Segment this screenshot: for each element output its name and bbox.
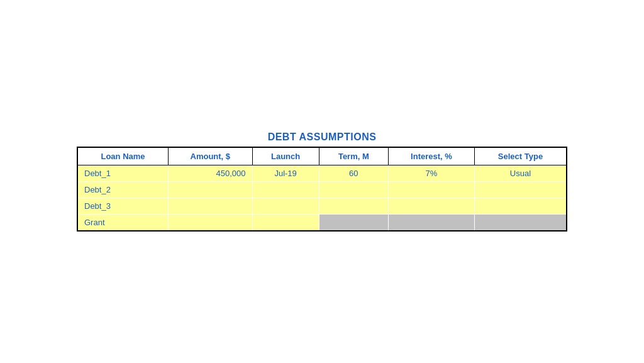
cell-interest[interactable] bbox=[389, 198, 475, 215]
col-header-select-type: Select Type bbox=[474, 147, 567, 165]
cell-term[interactable]: 60 bbox=[319, 165, 388, 182]
cell-launch[interactable] bbox=[252, 215, 319, 232]
debt-assumptions-table: Loan Name Amount, $ Launch Term, M Inter… bbox=[77, 147, 567, 232]
page-container: DEBT ASSUMPTIONS Loan Name Amount, $ Lau… bbox=[0, 0, 644, 363]
table-row: Grant bbox=[77, 215, 567, 232]
cell-select-type[interactable]: Usual bbox=[474, 165, 567, 182]
cell-term bbox=[319, 215, 388, 232]
cell-interest bbox=[389, 215, 475, 232]
table-row: Debt_3 bbox=[77, 198, 567, 215]
header-row: Loan Name Amount, $ Launch Term, M Inter… bbox=[77, 147, 567, 165]
col-header-loan-name: Loan Name bbox=[77, 147, 169, 165]
cell-amount[interactable] bbox=[169, 215, 252, 232]
cell-term[interactable] bbox=[319, 198, 388, 215]
col-header-amount: Amount, $ bbox=[169, 147, 252, 165]
table-title: DEBT ASSUMPTIONS bbox=[268, 131, 377, 143]
cell-launch[interactable]: Jul-19 bbox=[252, 165, 319, 182]
cell-loan-name[interactable]: Debt_2 bbox=[77, 182, 169, 198]
table-row: Debt_1 450,000 Jul-19 60 7% Usual bbox=[77, 165, 567, 182]
cell-term[interactable] bbox=[319, 182, 388, 198]
table-wrapper: DEBT ASSUMPTIONS Loan Name Amount, $ Lau… bbox=[77, 131, 567, 232]
col-header-term: Term, M bbox=[319, 147, 388, 165]
cell-amount[interactable] bbox=[169, 182, 252, 198]
cell-amount[interactable] bbox=[169, 198, 252, 215]
table-header: Loan Name Amount, $ Launch Term, M Inter… bbox=[77, 147, 567, 165]
cell-loan-name[interactable]: Debt_3 bbox=[77, 198, 169, 215]
cell-interest[interactable]: 7% bbox=[389, 165, 475, 182]
col-header-launch: Launch bbox=[252, 147, 319, 165]
cell-select-type[interactable] bbox=[474, 198, 567, 215]
cell-loan-name[interactable]: Debt_1 bbox=[77, 165, 169, 182]
cell-interest[interactable] bbox=[389, 182, 475, 198]
cell-amount[interactable]: 450,000 bbox=[169, 165, 252, 182]
cell-loan-name[interactable]: Grant bbox=[77, 215, 169, 232]
cell-launch[interactable] bbox=[252, 182, 319, 198]
col-header-interest: Interest, % bbox=[389, 147, 475, 165]
cell-select-type[interactable] bbox=[474, 182, 567, 198]
table-row: Debt_2 bbox=[77, 182, 567, 198]
table-body: Debt_1 450,000 Jul-19 60 7% Usual Debt_2 bbox=[77, 165, 567, 232]
cell-launch[interactable] bbox=[252, 198, 319, 215]
cell-select-type bbox=[474, 215, 567, 232]
